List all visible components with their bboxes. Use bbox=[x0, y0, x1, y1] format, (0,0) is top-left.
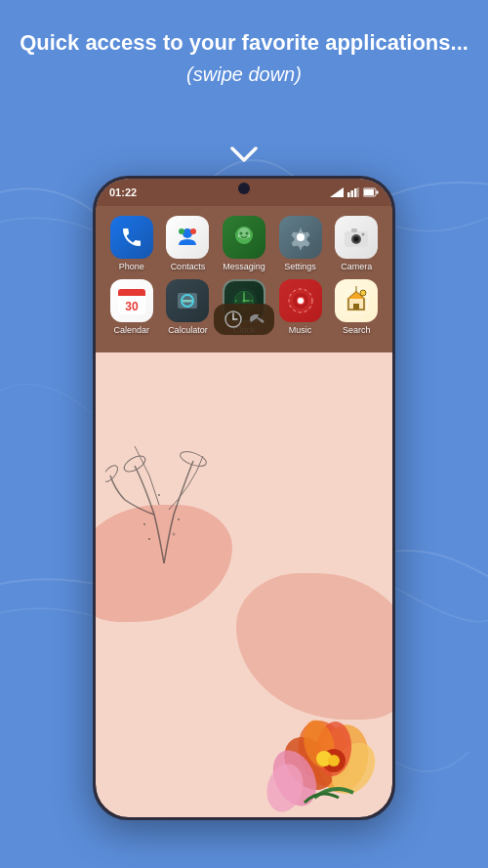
camera-icon bbox=[335, 216, 378, 259]
svg-point-5 bbox=[158, 494, 160, 496]
app-phone[interactable]: Phone bbox=[105, 216, 158, 271]
svg-point-29 bbox=[179, 228, 184, 234]
status-icons bbox=[330, 187, 379, 197]
messaging-label: Messaging bbox=[223, 262, 265, 271]
svg-rect-43 bbox=[351, 228, 357, 232]
svg-point-18 bbox=[328, 755, 340, 766]
svg-point-42 bbox=[354, 237, 358, 241]
chevron-down-icon bbox=[228, 145, 260, 164]
svg-point-7 bbox=[173, 533, 176, 536]
battery-icon bbox=[363, 187, 379, 197]
calculator-label: Calculator bbox=[168, 325, 208, 335]
app-settings[interactable]: Settings bbox=[274, 216, 327, 271]
app-calculator[interactable]: Calculator bbox=[161, 279, 214, 335]
svg-point-1 bbox=[179, 449, 208, 470]
svg-rect-50 bbox=[118, 293, 145, 296]
clock-popup bbox=[214, 304, 274, 335]
phone-screen: 01:22 bbox=[96, 179, 392, 817]
phone-icon bbox=[110, 216, 153, 259]
camera-notch bbox=[238, 183, 250, 194]
signal-icon bbox=[330, 187, 344, 197]
app-search[interactable]: Search bbox=[330, 279, 383, 335]
phone-frame: 01:22 bbox=[93, 176, 395, 820]
svg-rect-26 bbox=[364, 189, 374, 195]
search-label: Search bbox=[343, 325, 371, 335]
app-contacts[interactable]: Contacts bbox=[161, 216, 214, 271]
calendar-label: Calendar bbox=[114, 325, 150, 335]
svg-rect-21 bbox=[351, 190, 354, 197]
svg-point-68 bbox=[298, 298, 304, 304]
flower-sketch-icon bbox=[105, 436, 223, 573]
settings-label: Settings bbox=[284, 262, 316, 271]
status-time: 01:22 bbox=[109, 186, 137, 198]
svg-point-0 bbox=[122, 453, 148, 475]
svg-point-38 bbox=[297, 233, 305, 241]
phone-label: Phone bbox=[119, 262, 144, 271]
intro-section: Quick access to your favorite applicatio… bbox=[0, 29, 488, 86]
messaging-icon bbox=[223, 216, 265, 259]
camera-label: Camera bbox=[341, 262, 372, 271]
svg-point-4 bbox=[178, 518, 180, 520]
app-row-1: Phone Contacts bbox=[103, 216, 385, 271]
svg-point-75 bbox=[360, 290, 366, 296]
clock-popup-icon bbox=[224, 310, 243, 329]
svg-marker-19 bbox=[330, 187, 344, 197]
settings-icon bbox=[279, 216, 322, 259]
svg-rect-25 bbox=[377, 191, 379, 194]
svg-point-35 bbox=[239, 232, 242, 235]
calendar-icon: 30 bbox=[110, 279, 153, 322]
app-camera[interactable]: Camera bbox=[330, 216, 383, 271]
svg-rect-73 bbox=[353, 304, 359, 310]
music-icon bbox=[279, 279, 322, 322]
svg-point-28 bbox=[190, 228, 196, 234]
search-icon bbox=[335, 279, 378, 322]
app-calendar[interactable]: 30 Calendar bbox=[105, 279, 158, 335]
calculator-icon bbox=[166, 279, 209, 322]
app-music[interactable]: Music bbox=[274, 279, 327, 335]
main-heading: Quick access to your favorite applicatio… bbox=[20, 29, 468, 58]
svg-point-44 bbox=[362, 233, 365, 236]
contacts-icon bbox=[166, 216, 209, 259]
music-label: Music bbox=[289, 325, 312, 335]
chevron-down-container bbox=[228, 145, 260, 168]
wrench-icon bbox=[249, 314, 264, 324]
svg-text:30: 30 bbox=[125, 300, 139, 313]
svg-rect-22 bbox=[354, 188, 357, 197]
wifi-icon bbox=[347, 187, 359, 197]
svg-point-6 bbox=[148, 538, 150, 540]
app-messaging[interactable]: Messaging bbox=[218, 216, 270, 271]
colorful-flowers-icon bbox=[246, 690, 392, 817]
svg-rect-20 bbox=[347, 192, 350, 197]
svg-point-3 bbox=[143, 523, 145, 525]
svg-point-63 bbox=[242, 300, 245, 303]
sub-heading: (swipe down) bbox=[20, 63, 468, 86]
svg-rect-23 bbox=[357, 187, 359, 197]
contacts-label: Contacts bbox=[171, 262, 206, 271]
svg-point-36 bbox=[245, 232, 248, 235]
svg-rect-52 bbox=[182, 300, 193, 303]
